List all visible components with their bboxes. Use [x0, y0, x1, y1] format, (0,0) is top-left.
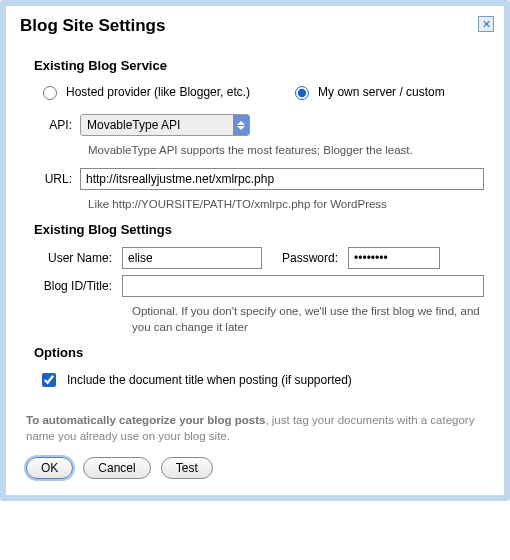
settings-heading: Existing Blog Settings	[34, 222, 484, 237]
button-bar: OK Cancel Test	[6, 457, 504, 495]
url-row: URL:	[34, 168, 484, 190]
user-label: User Name:	[34, 251, 122, 265]
url-hint: Like http://YOURSITE/PATH/TO/xmlrpc.php …	[88, 196, 484, 212]
radio-own-input[interactable]	[295, 86, 309, 100]
url-input[interactable]	[80, 168, 484, 190]
dialog-title: Blog Site Settings	[20, 16, 165, 35]
api-hint: MovableType API supports the most featur…	[88, 142, 484, 158]
url-label: URL:	[34, 172, 80, 186]
dialog-body: Existing Blog Service Hosted provider (l…	[6, 44, 504, 412]
dialog-header: Blog Site Settings ✕	[6, 6, 504, 44]
radio-own-label: My own server / custom	[318, 85, 445, 99]
include-title-checkbox[interactable]	[42, 373, 56, 387]
include-title-label: Include the document title when posting …	[67, 373, 352, 387]
user-row: User Name: Password:	[34, 247, 484, 269]
dialog-window: Blog Site Settings ✕ Existing Blog Servi…	[0, 0, 510, 501]
radio-hosted-provider[interactable]: Hosted provider (like Blogger, etc.)	[38, 83, 250, 100]
service-heading: Existing Blog Service	[34, 58, 484, 73]
close-icon[interactable]: ✕	[478, 16, 494, 32]
footer-note-bold: To automatically categorize your blog po…	[26, 414, 265, 426]
radio-hosted-label: Hosted provider (like Blogger, etc.)	[66, 85, 250, 99]
api-select[interactable]: MovableType API	[81, 115, 233, 135]
api-select-wrap[interactable]: MovableType API	[80, 114, 250, 136]
blogid-input[interactable]	[122, 275, 484, 297]
blogid-row: Blog ID/Title:	[34, 275, 484, 297]
footer-note: To automatically categorize your blog po…	[6, 412, 504, 456]
service-radio-group: Hosted provider (like Blogger, etc.) My …	[34, 83, 484, 100]
radio-hosted-input[interactable]	[43, 86, 57, 100]
api-row: API: MovableType API	[34, 114, 484, 136]
password-label: Password:	[262, 251, 348, 265]
api-label: API:	[34, 118, 80, 132]
username-input[interactable]	[122, 247, 262, 269]
cancel-button[interactable]: Cancel	[83, 457, 150, 479]
ok-button[interactable]: OK	[26, 457, 73, 479]
blogid-label: Blog ID/Title:	[34, 279, 122, 293]
options-heading: Options	[34, 345, 484, 360]
select-arrows-icon	[233, 115, 249, 135]
blogid-hint: Optional. If you don't specify one, we'l…	[132, 303, 484, 335]
radio-own-server[interactable]: My own server / custom	[290, 83, 445, 100]
test-button[interactable]: Test	[161, 457, 213, 479]
password-input[interactable]	[348, 247, 440, 269]
include-title-row: Include the document title when posting …	[38, 370, 484, 390]
